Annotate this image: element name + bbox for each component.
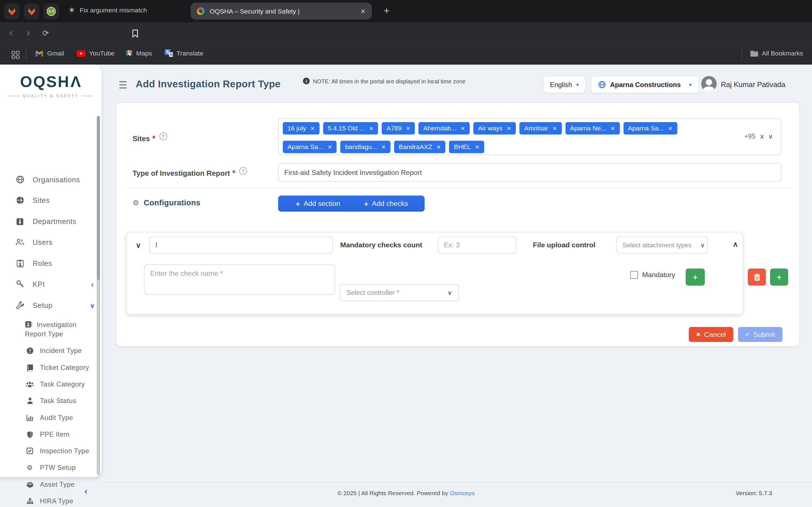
chip-remove-icon[interactable]: ✕ [369, 125, 373, 131]
attachment-type-select[interactable]: Select attachment types ∨ [616, 236, 708, 253]
pinned-tab-gitlab-1[interactable] [4, 4, 20, 19]
close-tab-icon[interactable]: ✕ [360, 8, 365, 15]
user-icon [26, 397, 34, 404]
chip-remove-icon[interactable]: ✕ [507, 125, 511, 131]
sidebar-item-label: Audit Type [40, 414, 73, 421]
new-tab-button[interactable]: + [384, 5, 389, 16]
add-checks-button[interactable]: + Add checks [347, 195, 424, 212]
folder-icon [750, 50, 758, 57]
bookmark-icon[interactable] [132, 30, 138, 38]
mandatory-count-input[interactable] [438, 236, 516, 253]
sidebar-scrollbar-thumb[interactable] [97, 279, 100, 475]
clear-all-icon[interactable]: x [760, 132, 763, 140]
sidebar-item-roles[interactable]: Roles [15, 259, 52, 267]
mandatory-toggle[interactable]: Mandatory [630, 271, 675, 279]
chip-remove-icon[interactable]: ✕ [552, 125, 557, 131]
site-chip[interactable]: 5.4.15 Old ...✕ [323, 122, 378, 134]
chip-remove-icon[interactable]: ✕ [327, 144, 332, 150]
organisation-select[interactable]: Aparna Constructions ▾ [591, 76, 699, 93]
site-chip[interactable]: Aparna Sa...✕ [623, 122, 677, 134]
chip-remove-icon[interactable]: ✕ [668, 125, 672, 131]
sidebar-item-asset-type[interactable]: Asset Type [26, 481, 75, 489]
chevron-down-icon: ∨ [448, 289, 452, 296]
sidebar-item-departments[interactable]: Departments [15, 217, 77, 225]
site-chip[interactable]: Aparna Sa...✕ [283, 141, 337, 153]
chip-remove-icon[interactable]: ✕ [406, 125, 410, 131]
sidebar-item-audit-type[interactable]: Audit Type [26, 414, 73, 421]
site-chip[interactable]: 16 july✕ [283, 122, 319, 134]
tab-fix-argument-mismatch[interactable]: ✳ Fix argument mismatch [69, 6, 147, 14]
user-avatar[interactable] [701, 76, 717, 92]
sidebar-item-ppe-item[interactable]: PPE Item [26, 431, 70, 438]
tab-oqsha-active[interactable]: OQSHA – Security and Safety | ✕ [191, 3, 372, 20]
help-icon[interactable]: ? [239, 167, 247, 175]
site-chip[interactable]: BandraAXZ✕ [394, 141, 446, 153]
sidebar-item-investigation-report-type[interactable]: Investigation Report Type [25, 320, 92, 339]
all-bookmarks-label: All Bookmarks [762, 50, 803, 57]
kpi-collapse-icon[interactable]: ‹ [91, 281, 94, 289]
user-name: Raj Kumar Pativada [721, 80, 785, 89]
bookmark-maps[interactable]: Maps [126, 49, 152, 57]
sidebar-item-ticket-category[interactable]: Ticket Category [26, 363, 89, 372]
chip-remove-icon[interactable]: ✕ [460, 125, 465, 131]
sidebar-item-sites[interactable]: Sites [15, 196, 50, 204]
site-chip[interactable]: Air ways✕ [473, 122, 516, 134]
help-icon[interactable]: ? [159, 132, 167, 140]
sidebar-item-ptw-setup[interactable]: ⚙ PTW Setup [26, 464, 76, 471]
forward-icon[interactable]: › [27, 27, 30, 38]
report-type-input[interactable] [278, 163, 781, 182]
bookmark-youtube[interactable]: YouTube [77, 50, 114, 57]
bookmark-translate[interactable]: Translate [165, 49, 203, 57]
sidebar-item-label: Departments [33, 217, 77, 225]
section-collapse-icon[interactable]: ∨ [136, 241, 141, 249]
back-icon[interactable]: ‹ [9, 27, 13, 38]
apps-grid-icon[interactable] [11, 51, 19, 59]
controller-select[interactable]: Select controller * ∨ [340, 284, 459, 301]
chip-remove-icon[interactable]: ✕ [310, 125, 315, 131]
chip-remove-icon[interactable]: ✕ [437, 144, 441, 150]
sidebar-item-hira-type[interactable]: HIRA Type [26, 497, 73, 505]
add-check-button[interactable]: + [686, 269, 705, 286]
delete-section-button[interactable] [748, 269, 766, 286]
language-select[interactable]: English ▾ [543, 76, 586, 93]
all-bookmarks[interactable]: All Bookmarks [750, 50, 803, 57]
site-chip[interactable]: bandlagu...✕ [340, 141, 391, 153]
sidebar-item-task-category[interactable]: Task Category [26, 380, 85, 388]
site-chip[interactable]: BHEL✕ [449, 141, 484, 153]
sidebar-item-users[interactable]: Users [15, 238, 52, 246]
site-chip[interactable]: Aparna Ne...✕ [565, 122, 620, 134]
add-section-button[interactable]: + Add section [278, 195, 358, 212]
setup-expand-icon[interactable]: ∨ [90, 302, 95, 309]
check-name-textarea[interactable] [144, 265, 335, 295]
section-name-input[interactable] [149, 236, 333, 253]
site-chip[interactable]: Ahemdab...✕ [419, 122, 470, 134]
add-section-inline-button[interactable]: + [770, 269, 788, 286]
bookmark-label: Translate [176, 49, 203, 57]
submit-button[interactable]: ✔ Submit [738, 327, 782, 342]
sidebar-item-inspection-type[interactable]: Inspection Type [26, 447, 89, 455]
section-expand-icon[interactable]: ∧ [733, 240, 738, 248]
sidebar-item-kpi[interactable]: KPI [15, 280, 45, 288]
sites-multiselect[interactable]: 16 july✕ 5.4.15 Old ...✕ A789✕ Ahemdab..… [278, 119, 781, 155]
reload-icon[interactable]: ⟳ [43, 29, 49, 38]
pinned-tab-green-app[interactable] [43, 4, 59, 19]
site-chip[interactable]: A789✕ [382, 122, 415, 134]
chip-remove-icon[interactable]: ✕ [610, 125, 615, 131]
hamburger-icon[interactable]: ☰ [119, 79, 128, 91]
chip-remove-icon[interactable]: ✕ [475, 144, 479, 150]
sidebar-item-incident-type[interactable]: Incident Type [26, 347, 82, 355]
mandatory-checkbox[interactable] [630, 271, 638, 279]
language-value: English [550, 81, 572, 89]
cancel-button[interactable]: ✖ Cancel [689, 327, 733, 342]
chip-remove-icon[interactable]: ✕ [381, 144, 386, 150]
sidebar-item-setup[interactable]: Setup [15, 301, 52, 309]
sidebar-item-label: Incident Type [40, 347, 82, 355]
bookmark-gmail[interactable]: Gmail [35, 50, 64, 57]
site-chip[interactable]: Amritsar✕ [520, 122, 562, 134]
gears-icon: ⚙ [26, 464, 34, 471]
sidebar-item-organisations[interactable]: Organisations [15, 175, 80, 184]
osmosys-link[interactable]: Osmosys [450, 490, 475, 496]
sidebar-item-task-status[interactable]: Task Status [26, 397, 77, 405]
pinned-tab-gitlab-2[interactable] [24, 4, 39, 19]
expand-sites-icon[interactable]: ∨ [768, 133, 773, 140]
